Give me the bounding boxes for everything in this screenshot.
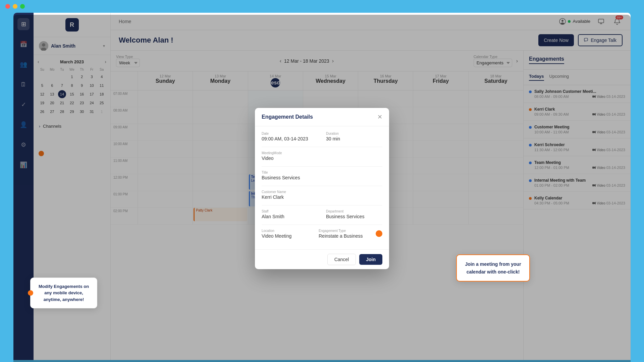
divider [262,147,382,147]
modal-field-meeting-mode: MeetingMode Video [262,151,382,161]
duration-label: Duration [326,132,382,135]
modal-row-location-type: Location Video Meeting Engagement Type R… [262,229,382,239]
divider [262,205,382,205]
staff-label: Staff [262,209,318,213]
divider [262,166,382,167]
maximize-button[interactable] [20,4,25,9]
engagement-details-modal: Engagement Details ✕ Date 09:00 AM, 03-1… [255,108,389,269]
modal-field-title: Title Business Services [262,171,382,180]
modal-title: Engagement Details [262,114,313,120]
department-label: Department [326,209,382,213]
modal-row-staff-dept: Staff Alan Smith Department Business Ser… [262,209,382,219]
tooltip-mobile-text: Modify Engagements on any mobile device,… [36,283,92,303]
customer-label: Customer Name [262,190,382,194]
modal-row-date-duration: Date 09:00 AM, 03-14-2023 Duration 30 mi… [262,132,382,141]
engagement-type-value: Reinstate a Business [319,233,368,239]
close-button[interactable] [5,4,10,9]
tooltip-mobile: Modify Engagements on any mobile device,… [30,278,97,309]
date-label: Date [262,132,318,135]
title-field-value: Business Services [262,175,382,180]
engagement-type-label: Engagement Type [319,229,368,233]
divider [262,225,382,225]
cancel-button[interactable]: Cancel [327,254,356,265]
date-value: 09:00 AM, 03-14-2023 [262,136,318,141]
modal-body: Date 09:00 AM, 03-14-2023 Duration 30 mi… [255,126,389,249]
tooltip-join: Join a meeting from your calendar with o… [456,254,530,282]
duration-value: 30 min [326,136,382,141]
department-value: Business Services [326,214,382,219]
orange-join-dot [376,230,382,237]
join-button-container: Join [359,254,382,265]
modal-field-location: Location Video Meeting [262,229,311,239]
customer-value: Kerri Clark [262,194,382,200]
meeting-mode-value: Video [262,156,382,161]
join-button[interactable]: Join [359,254,382,265]
staff-value: Alan Smith [262,214,318,219]
modal-field-engagement-type: Engagement Type Reinstate a Business [319,229,368,239]
location-label: Location [262,229,311,233]
divider [262,186,382,186]
meeting-mode-label: MeetingMode [262,151,382,155]
modal-field-duration: Duration 30 min [326,132,382,141]
modal-close-button[interactable]: ✕ [377,113,382,121]
modal-footer: Cancel Join [255,249,389,269]
minimize-button[interactable] [13,4,17,9]
location-value: Video Meeting [262,233,311,239]
modal-field-customer: Customer Name Kerri Clark [262,190,382,200]
tooltip-join-text: Join a meeting from your calendar with o… [464,260,523,276]
modal-field-department: Department Business Services [326,209,382,219]
modal-field-date: Date 09:00 AM, 03-14-2023 [262,132,318,141]
title-field-label: Title [262,171,382,174]
modal-overlay: Engagement Details ✕ Date 09:00 AM, 03-1… [13,15,631,362]
modal-header: Engagement Details ✕ [255,108,389,126]
modal-field-staff: Staff Alan Smith [262,209,318,219]
